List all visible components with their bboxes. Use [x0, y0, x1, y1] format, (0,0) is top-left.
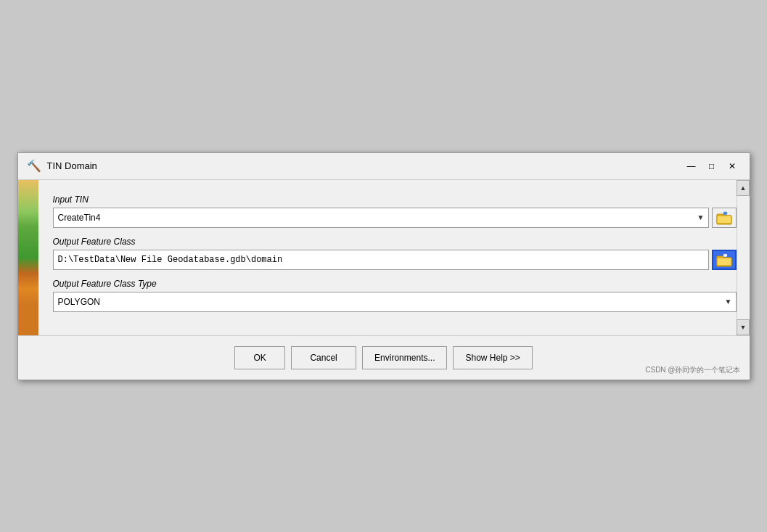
scroll-track[interactable] — [737, 196, 750, 319]
maximize-button[interactable]: □ — [703, 159, 721, 173]
dialog-footer: OK Cancel Environments... Show Help >> — [18, 335, 750, 380]
main-layout: Input TIN CreateTin4 ▼ — [18, 180, 750, 335]
output-feature-class-group: Output Feature Class — [53, 237, 737, 270]
input-tin-dropdown-wrapper: CreateTin4 ▼ — [53, 208, 709, 228]
window-icon: 🔨 — [27, 159, 41, 173]
output-feature-class-type-group: Output Feature Class Type POLYGON LINE P… — [53, 279, 737, 312]
title-bar: 🔨 TIN Domain — □ ✕ — [18, 153, 750, 180]
input-tin-label: Input TIN — [53, 195, 737, 205]
cancel-button[interactable]: Cancel — [291, 346, 356, 369]
output-feature-class-label: Output Feature Class — [53, 237, 737, 247]
input-tin-browse-button[interactable] — [712, 208, 737, 228]
svg-rect-2 — [717, 216, 731, 224]
output-feature-class-browse-button[interactable] — [712, 250, 737, 270]
output-feature-class-type-label: Output Feature Class Type — [53, 279, 737, 289]
ok-button[interactable]: OK — [234, 346, 285, 369]
content-area: Input TIN CreateTin4 ▼ — [38, 180, 737, 335]
scrollbar: ▲ ▼ — [737, 180, 750, 335]
input-tin-row: CreateTin4 ▼ — [53, 208, 737, 228]
input-tin-group: Input TIN CreateTin4 ▼ — [53, 195, 737, 228]
close-button[interactable]: ✕ — [723, 159, 741, 173]
left-stripe — [18, 180, 38, 335]
svg-rect-8 — [717, 258, 731, 266]
minimize-button[interactable]: — — [683, 159, 700, 173]
environments-button[interactable]: Environments... — [362, 346, 447, 369]
output-feature-class-input[interactable] — [53, 250, 709, 270]
scroll-down-button[interactable]: ▼ — [737, 319, 750, 335]
output-feature-class-row — [53, 250, 737, 270]
input-tin-dropdown[interactable]: CreateTin4 — [53, 208, 709, 228]
scroll-up-button[interactable]: ▲ — [737, 180, 750, 196]
title-bar-left: 🔨 TIN Domain — [27, 159, 97, 173]
window-title: TIN Domain — [47, 160, 97, 171]
folder-icon — [716, 210, 732, 225]
output-feature-class-type-wrapper: POLYGON LINE POINT EDGE ▼ — [53, 292, 737, 312]
folder-active-icon — [716, 253, 732, 267]
title-bar-controls: — □ ✕ — [683, 159, 741, 173]
show-help-button[interactable]: Show Help >> — [453, 346, 532, 369]
output-feature-class-type-dropdown[interactable]: POLYGON LINE POINT EDGE — [53, 292, 737, 312]
dialog-window: 🔨 TIN Domain — □ ✕ Input TIN CreateTin4 — [17, 152, 750, 380]
